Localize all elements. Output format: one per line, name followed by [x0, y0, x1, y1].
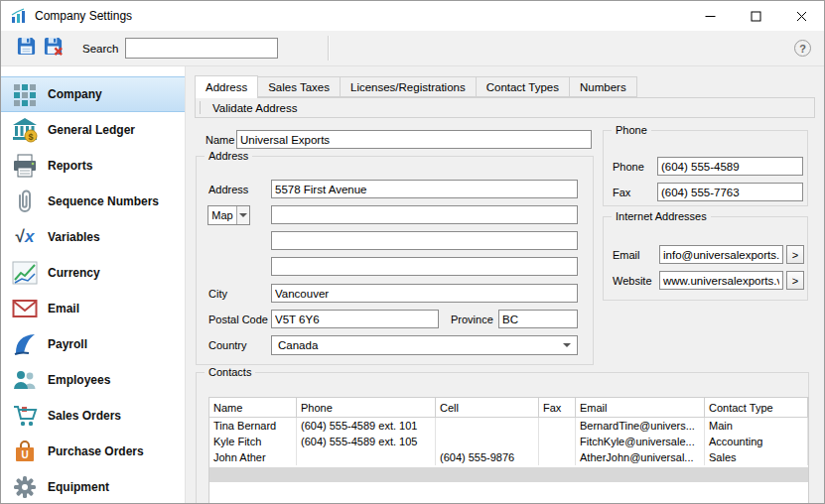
address-line1-input[interactable]: [271, 180, 578, 198]
save-button[interactable]: [13, 35, 40, 62]
contacts-header-row: NamePhoneCellFaxEmailContact Type: [209, 398, 808, 418]
sidebar-item-label: Currency: [48, 266, 100, 280]
tab-licenses-registrations[interactable]: Licenses/Registrations: [341, 76, 477, 97]
province-input[interactable]: [498, 310, 578, 328]
email-input[interactable]: [659, 245, 783, 264]
contact-cell: [436, 434, 539, 449]
postal-code-input[interactable]: [271, 310, 439, 328]
address-line3-input[interactable]: [271, 231, 578, 250]
country-select[interactable]: Canada: [271, 335, 578, 355]
sidebar-item-label: Reports: [48, 159, 92, 173]
sidebar-item-reports[interactable]: Reports: [1, 148, 185, 184]
reports-icon: [12, 153, 38, 179]
sidebar-item-purchase-orders[interactable]: UPurchase Orders: [1, 434, 185, 469]
sidebar-item-general-ledger[interactable]: $General Ledger: [1, 112, 185, 148]
open-website-button[interactable]: >: [786, 271, 804, 290]
close-button[interactable]: [778, 1, 824, 31]
contact-cell: (604) 555-4589 ext. 101: [297, 418, 436, 434]
contact-row-selected-empty[interactable]: [209, 467, 808, 482]
svg-text:U: U: [21, 449, 28, 460]
tab-numbers[interactable]: Numbers: [570, 76, 637, 97]
sidebar-item-email[interactable]: Email: [1, 291, 185, 326]
sidebar-item-label: Sequence Numbers: [48, 194, 159, 208]
contacts-column-header-contact-type[interactable]: Contact Type: [705, 398, 808, 417]
contacts-column-header-fax[interactable]: Fax: [539, 398, 576, 417]
sidebar-item-company[interactable]: Company: [1, 76, 185, 112]
company-name-input[interactable]: [236, 130, 592, 149]
contacts-column-header-email[interactable]: Email: [576, 398, 705, 417]
payroll-icon: [12, 331, 38, 357]
contact-cell: [539, 434, 576, 449]
save-icon: [16, 36, 37, 61]
sidebar-item-employees[interactable]: Employees: [1, 362, 185, 398]
phone-input[interactable]: [657, 157, 803, 176]
sidebar: Company$General LedgerReportsSequence Nu…: [1, 66, 186, 503]
sidebar-item-label: Sales Orders: [48, 409, 121, 423]
help-icon[interactable]: ?: [794, 40, 811, 57]
website-label: Website: [613, 275, 652, 287]
sidebar-item-variables[interactable]: √xVariables: [1, 219, 185, 255]
contact-cell: (604) 555-4589 ext. 105: [297, 434, 436, 449]
sequence-numbers-icon: [12, 189, 38, 214]
minimize-button[interactable]: [687, 1, 733, 31]
fax-input[interactable]: [657, 183, 803, 201]
svg-text:$: $: [28, 132, 33, 142]
address-line4-input[interactable]: [271, 257, 578, 276]
sidebar-item-label: General Ledger: [48, 123, 135, 137]
contact-row-kyle-fitch[interactable]: Kyle Fitch(604) 555-4589 ext. 105FitchKy…: [209, 434, 808, 449]
sidebar-item-sales-orders[interactable]: Sales Orders: [1, 398, 185, 434]
toolbar-grip: [200, 101, 201, 114]
country-label: Country: [208, 339, 247, 351]
tab-contact-types[interactable]: Contact Types: [477, 76, 570, 97]
province-label: Province: [451, 314, 493, 325]
general-ledger-icon: $: [12, 117, 38, 143]
sidebar-item-label: Employees: [48, 373, 110, 387]
contact-cell: AtherJohn@universal...: [576, 449, 705, 465]
toolbar-separator: [328, 36, 329, 61]
map-button[interactable]: Map: [207, 205, 250, 225]
city-input[interactable]: [271, 284, 578, 303]
name-label: Name: [206, 134, 234, 146]
website-input[interactable]: [659, 271, 783, 290]
open-email-button[interactable]: >: [786, 245, 804, 264]
sidebar-item-equipment[interactable]: Equipment: [1, 469, 185, 504]
contact-row-john-ather[interactable]: John Ather(604) 555-9876AtherJohn@univer…: [209, 449, 808, 465]
contact-cell: [436, 418, 539, 434]
maximize-icon: [751, 11, 761, 22]
phone-group-legend: Phone: [612, 124, 651, 136]
equipment-icon: [12, 474, 38, 500]
validate-address-button[interactable]: Validate Address: [206, 102, 303, 114]
fax-label: Fax: [613, 187, 630, 198]
company-icon: [12, 81, 38, 107]
address-toolbar: Validate Address: [195, 97, 815, 118]
sidebar-item-label: Company: [48, 87, 102, 101]
search-input[interactable]: [125, 38, 278, 59]
contact-cell: [297, 449, 436, 465]
contact-cell: [539, 449, 576, 465]
contacts-group: Contacts NamePhoneCellFaxEmailContact Ty…: [196, 372, 809, 504]
tab-bar: AddressSales TaxesLicenses/Registrations…: [195, 75, 637, 98]
contacts-column-header-cell[interactable]: Cell: [436, 398, 539, 417]
save-close-button[interactable]: [40, 35, 67, 62]
sidebar-item-label: Equipment: [48, 480, 109, 494]
address-line2-input[interactable]: [271, 205, 578, 224]
contacts-column-header-phone[interactable]: Phone: [297, 398, 436, 417]
internet-group-legend: Internet Addresses: [612, 210, 711, 222]
contact-row-tina-bernard[interactable]: Tina Bernard(604) 555-4589 ext. 101Berna…: [209, 418, 808, 434]
contact-cell: (604) 555-9876: [436, 449, 539, 465]
sidebar-item-sequence-numbers[interactable]: Sequence Numbers: [1, 184, 185, 219]
maximize-button[interactable]: [733, 1, 778, 31]
map-button-label: Map: [208, 206, 236, 224]
contacts-table: NamePhoneCellFaxEmailContact TypeTina Be…: [208, 397, 809, 504]
map-dropdown-arrow-icon[interactable]: [236, 206, 249, 224]
app-icon: [11, 8, 27, 24]
minimize-icon: [705, 11, 716, 22]
contacts-column-header-name[interactable]: Name: [209, 398, 297, 417]
sidebar-item-payroll[interactable]: Payroll: [1, 326, 185, 362]
company-settings-window: Company Settings Search ? Company$Genera…: [0, 0, 825, 504]
tab-address[interactable]: Address: [195, 75, 258, 98]
contact-cell: Accounting: [705, 434, 808, 449]
titlebar: Company Settings: [1, 1, 824, 31]
tab-sales-taxes[interactable]: Sales Taxes: [258, 76, 341, 97]
sidebar-item-currency[interactable]: Currency: [1, 255, 185, 291]
